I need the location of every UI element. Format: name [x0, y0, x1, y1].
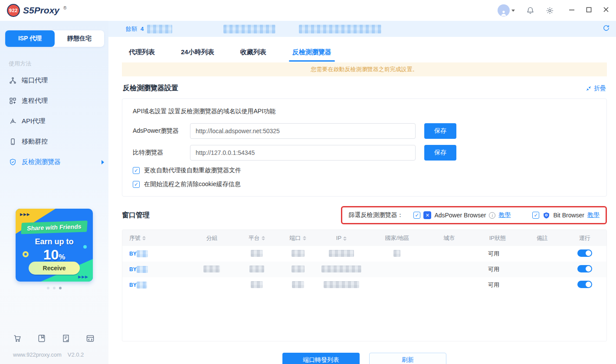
site-url: www.922proxy.com — [13, 351, 62, 358]
redacted-info — [299, 25, 381, 33]
save-adspower-button[interactable]: 保存 — [424, 123, 456, 139]
col-running: 運行 — [563, 230, 606, 246]
main-tabs: 代理列表 24小時列表 收藏列表 反檢測瀏覽器 — [122, 41, 607, 62]
adspower-logo-icon: ✕ — [423, 211, 431, 219]
anti-detect-shield-icon — [9, 158, 16, 166]
sidebar-item-label: 移動群控 — [22, 138, 48, 146]
submenu-arrow-icon — [102, 160, 104, 164]
order-check-icon[interactable] — [62, 334, 70, 344]
col-group: 分組 — [193, 230, 231, 246]
refresh-button[interactable]: 刷新 — [369, 353, 446, 364]
app-version: V2.0.2 — [68, 351, 84, 358]
window-maximize-button[interactable] — [586, 7, 592, 14]
adspower-filter-checkbox[interactable]: ✓ — [413, 212, 420, 219]
receive-button[interactable]: Receive — [29, 262, 80, 275]
sidebar-item-api-proxy[interactable]: API代理 — [0, 111, 108, 131]
app-window: 922 S5Proxy ® — [0, 0, 616, 364]
settings-gear-icon[interactable] — [546, 7, 554, 15]
bitbrowser-filter-checkbox[interactable]: ✓ — [532, 212, 539, 219]
sidebar-item-label: API代理 — [22, 117, 45, 125]
api-code-icon[interactable] — [86, 334, 95, 344]
clear-cookie-checkbox-label: 在開始流程之前清除cookie緩存信息 — [144, 180, 240, 188]
sidebar-item-port-proxy[interactable]: 端口代理 — [0, 70, 108, 91]
app-logo: 922 S5Proxy ® — [7, 4, 66, 17]
running-toggle[interactable] — [577, 281, 592, 288]
sidebar-item-label: 端口代理 — [22, 76, 48, 85]
table-row[interactable]: BY 可用 — [122, 246, 606, 262]
tab-isp-proxy[interactable]: ISP 代理 — [5, 30, 55, 47]
adspower-field-label: AdsPower瀏覽器 — [133, 127, 184, 135]
tab-anti-detect-browser[interactable]: 反檢測瀏覽器 — [292, 45, 332, 62]
window-table: 序號 分組 平台 端口 IP 國家/地區 城市 IP狀態 備註 運行 — [122, 230, 607, 341]
window-minimize-button[interactable] — [569, 7, 575, 14]
restart-browser-checkbox[interactable]: ✓ — [133, 167, 140, 174]
bitbrowser-url-input[interactable] — [190, 145, 416, 161]
banner-arrows-bottom: ▶▶▶ — [78, 275, 88, 279]
col-country: 國家/地區 — [369, 230, 425, 246]
col-port[interactable]: 端口 — [282, 230, 314, 246]
sidebar-item-label: 反檢測瀏覽器 — [22, 158, 61, 166]
sort-icon — [262, 236, 265, 240]
info-icon[interactable]: i — [489, 212, 495, 219]
notifications-bell-icon[interactable] — [526, 7, 534, 15]
col-platform[interactable]: 平台 — [231, 230, 282, 246]
logo-registered-mark: ® — [63, 6, 66, 10]
tab-static-residential[interactable]: 靜態住宅 — [55, 30, 104, 47]
chevron-down-icon — [511, 10, 515, 12]
balance-label: 餘額 — [126, 25, 137, 33]
ip-status-cell: 可用 — [473, 246, 522, 262]
banner-ring-decor — [23, 251, 29, 257]
settings-section-title: 反檢測瀏覽器設置 — [123, 84, 178, 93]
collapse-icon — [586, 85, 592, 92]
col-city: 城市 — [425, 230, 473, 246]
sidebar-item-process-proxy[interactable]: 進程代理 — [0, 91, 108, 111]
bitbrowser-field-label: 比特瀏覽器 — [133, 149, 184, 157]
avatar[interactable] — [498, 4, 510, 16]
sort-icon — [142, 236, 146, 240]
clear-cookie-checkbox[interactable]: ✓ — [133, 181, 140, 188]
banner-ribbon: Share with Friends — [21, 220, 88, 234]
tab-proxy-list[interactable]: 代理列表 — [128, 45, 156, 62]
running-toggle[interactable] — [577, 265, 592, 272]
sort-icon — [303, 236, 306, 240]
mobile-control-icon — [9, 138, 16, 146]
bitbrowser-logo-icon — [542, 211, 550, 219]
ip-status-cell: 可用 — [473, 262, 522, 277]
sidebar-item-anti-detect-browser[interactable]: 反檢測瀏覽器 — [0, 152, 108, 172]
filter-adspower: ✓ ✕ AdsPower Browser i 教學 — [413, 211, 511, 219]
collapse-toggle[interactable]: 折疊 — [586, 85, 606, 92]
adspower-filter-label: AdsPower Browser — [434, 212, 486, 219]
table-row[interactable]: BY 可用 — [122, 277, 606, 293]
sidebar-item-label: 進程代理 — [22, 97, 48, 105]
account-menu[interactable] — [498, 4, 515, 16]
col-ip[interactable]: IP — [314, 230, 369, 246]
refresh-icon[interactable] — [603, 24, 610, 33]
balance-bar: 餘額 4 — [108, 21, 616, 37]
table-row[interactable]: BY 可用 — [122, 262, 606, 277]
redacted-info — [223, 25, 275, 33]
col-remark: 備註 — [522, 230, 563, 246]
tab-24h-list[interactable]: 24小時列表 — [180, 45, 215, 62]
ip-status-cell: 可用 — [473, 277, 522, 293]
adspower-url-input[interactable] — [190, 123, 416, 139]
banner-carousel-dots[interactable] — [0, 287, 108, 289]
window-close-button[interactable] — [603, 7, 609, 14]
sidebar-item-mobile-control[interactable]: 移動群控 — [0, 131, 108, 152]
banner-dot-decor — [83, 245, 87, 249]
running-toggle[interactable] — [577, 249, 592, 257]
tab-favorites-list[interactable]: 收藏列表 — [239, 45, 267, 62]
banner-line1: Earn up to — [16, 237, 93, 246]
promo-banner[interactable]: ▶▶▶ Share with Friends Earn up to 10% Re… — [16, 209, 93, 282]
redacted-balance — [147, 25, 172, 33]
cart-icon[interactable] — [13, 334, 22, 344]
col-ip-status: IP狀態 — [473, 230, 522, 246]
titlebar: 922 S5Proxy ® — [0, 0, 616, 21]
bitbrowser-tutorial-link[interactable]: 教學 — [587, 211, 600, 219]
logo-922-icon: 922 — [7, 4, 20, 17]
save-bitbrowser-button[interactable]: 保存 — [424, 145, 456, 161]
adspower-tutorial-link[interactable]: 教學 — [498, 211, 511, 219]
collapse-label: 折疊 — [594, 85, 606, 92]
col-serial[interactable]: 序號 — [122, 230, 193, 246]
docs-book-icon[interactable] — [37, 334, 46, 344]
port-forward-list-button[interactable]: 端口轉發列表 — [282, 353, 360, 364]
